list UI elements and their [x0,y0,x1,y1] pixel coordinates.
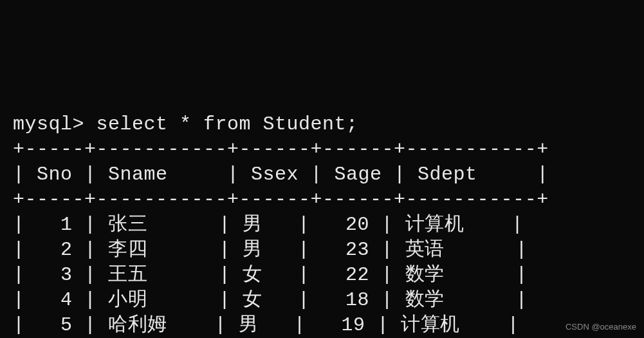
sql-query: select * from Student; [97,113,358,135]
table-row: | 1 | 张三 | 男 | 20 | 计算机 | [13,214,524,236]
table-row: | 4 | 小明 | 女 | 18 | 数学 | [13,289,528,311]
table-header-row: | Sno | Sname | Ssex | Sage | Sdept | [13,164,549,185]
table-row: | 3 | 王五 | 女 | 22 | 数学 | [13,264,528,286]
table-row: | 2 | 李四 | 男 | 23 | 英语 | [13,239,528,261]
mysql-prompt: mysql> [13,113,97,135]
watermark: CSDN @oceanexe [566,322,636,333]
terminal-output: mysql> select * from Student; +-----+---… [13,112,631,338]
table-border-mid: +-----+-----------+------+------+-------… [13,189,549,211]
table-border-top: +-----+-----------+------+------+-------… [13,138,549,160]
table-row: | 5 | 哈利姆 | 男 | 19 | 计算机 | [13,314,519,336]
